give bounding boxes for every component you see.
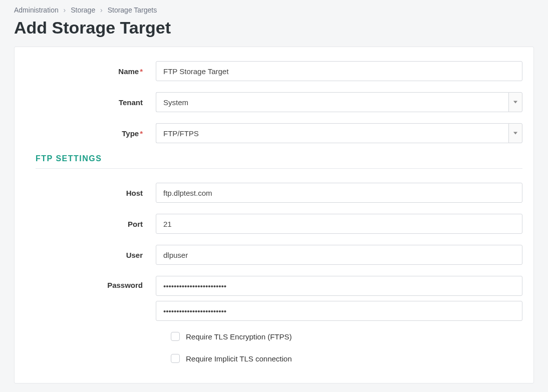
tenant-select[interactable]: System — [156, 92, 522, 112]
name-input[interactable] — [156, 61, 522, 81]
required-marker: * — [140, 67, 143, 76]
type-label: Type* — [26, 129, 156, 138]
tenant-select-value[interactable]: System — [156, 92, 508, 112]
section-divider — [36, 168, 522, 169]
type-select[interactable]: FTP/FTPS — [156, 123, 522, 143]
chevron-down-icon[interactable] — [508, 92, 522, 112]
host-input[interactable] — [156, 183, 522, 203]
user-input[interactable] — [156, 245, 522, 265]
ftp-settings-heading: FTP SETTINGS — [36, 154, 522, 163]
port-label: Port — [26, 220, 156, 228]
require-tls-checkbox[interactable] — [171, 332, 180, 341]
page-title: Add Storage Target — [14, 18, 534, 38]
type-select-value[interactable]: FTP/FTPS — [156, 123, 508, 143]
require-implicit-tls-checkbox-wrap[interactable]: Require Implicit TLS connection — [171, 354, 292, 363]
host-label: Host — [26, 189, 156, 197]
user-label: User — [26, 251, 156, 259]
require-implicit-tls-label: Require Implicit TLS connection — [186, 354, 292, 363]
breadcrumb-administration[interactable]: Administration — [14, 6, 59, 14]
name-label: Name* — [26, 67, 156, 76]
tenant-label: Tenant — [26, 98, 156, 107]
breadcrumb-storage[interactable]: Storage — [71, 6, 95, 14]
chevron-right-icon: › — [100, 6, 103, 14]
form-card: Name* Tenant System Type* — [14, 47, 534, 383]
password-input[interactable] — [156, 276, 522, 296]
require-implicit-tls-checkbox[interactable] — [171, 354, 180, 363]
chevron-right-icon: › — [64, 6, 66, 14]
required-marker: * — [140, 129, 143, 138]
password-label: Password — [26, 276, 156, 289]
breadcrumb: Administration › Storage › Storage Targe… — [14, 6, 534, 14]
chevron-down-icon[interactable] — [508, 123, 522, 143]
require-tls-label: Require TLS Encryption (FTPS) — [186, 332, 292, 341]
breadcrumb-storage-targets[interactable]: Storage Targets — [108, 6, 157, 14]
password-confirm-input[interactable] — [156, 301, 522, 321]
port-input[interactable] — [156, 214, 522, 234]
require-tls-checkbox-wrap[interactable]: Require TLS Encryption (FTPS) — [171, 332, 292, 341]
